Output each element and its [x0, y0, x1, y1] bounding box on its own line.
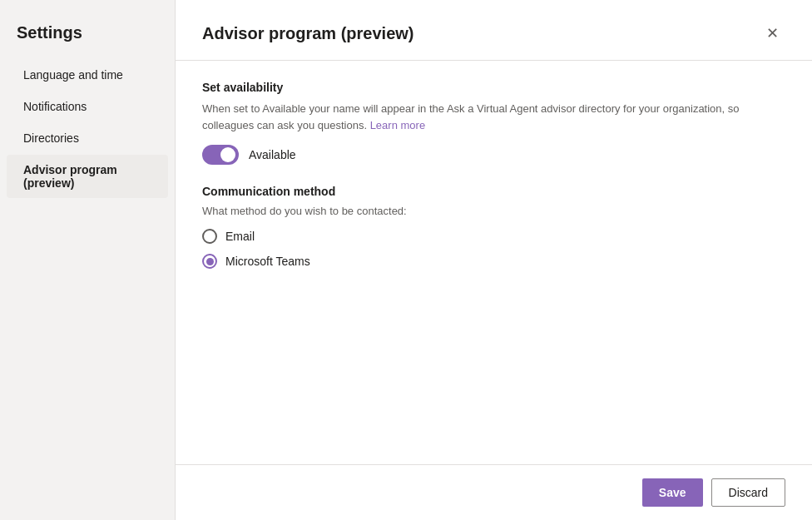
main-panel: Advisor program (preview) ✕ Set availabi… [175, 0, 812, 520]
availability-section: Set availability When set to Available y… [202, 81, 785, 165]
discard-button[interactable]: Discard [711, 478, 785, 507]
radio-email[interactable]: Email [202, 229, 785, 244]
radio-inner-teams [206, 258, 214, 265]
panel-title: Advisor program (preview) [202, 24, 414, 43]
radio-label-email: Email [225, 230, 255, 243]
sidebar-title: Settings [0, 13, 175, 59]
communication-section: Communication method What method do you … [202, 185, 785, 269]
sidebar-item-advisor[interactable]: Advisor program (preview) [7, 155, 168, 198]
sidebar-item-language[interactable]: Language and time [7, 60, 168, 90]
close-button[interactable]: ✕ [759, 20, 785, 47]
availability-toggle[interactable] [202, 145, 239, 165]
communication-title: Communication method [202, 185, 785, 198]
toggle-label: Available [249, 148, 296, 161]
availability-toggle-row: Available [202, 145, 785, 165]
radio-circle-email [202, 229, 217, 244]
availability-description: When set to Available your name will app… [202, 101, 785, 133]
learn-more-link[interactable]: Learn more [370, 119, 425, 131]
panel-footer: Save Discard [176, 464, 812, 520]
sidebar: Settings Language and time Notifications… [0, 0, 175, 520]
radio-circle-teams [202, 254, 217, 269]
toggle-track [202, 145, 239, 165]
sidebar-item-directories[interactable]: Directories [7, 123, 168, 153]
sidebar-item-notifications[interactable]: Notifications [7, 92, 168, 121]
save-button[interactable]: Save [642, 478, 703, 507]
availability-title: Set availability [202, 81, 785, 94]
panel-header: Advisor program (preview) ✕ [176, 0, 812, 61]
radio-teams[interactable]: Microsoft Teams [202, 254, 785, 269]
toggle-thumb [220, 147, 235, 162]
panel-body: Set availability When set to Available y… [176, 61, 812, 464]
radio-label-teams: Microsoft Teams [225, 255, 310, 268]
communication-description: What method do you wish to be contacted: [202, 205, 785, 217]
